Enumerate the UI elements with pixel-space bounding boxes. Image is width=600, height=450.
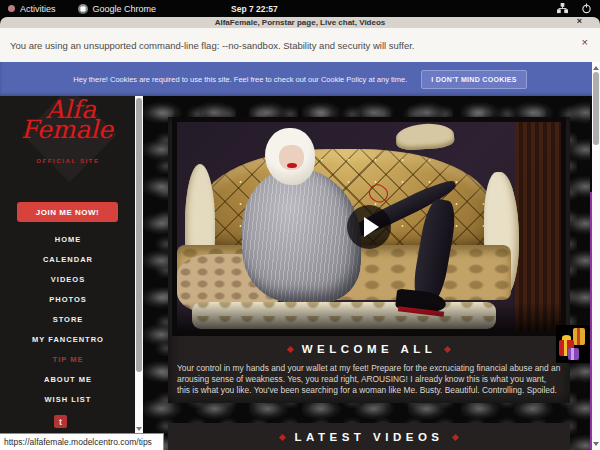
network-icon[interactable] — [557, 3, 568, 14]
infobar-close-button[interactable]: × — [582, 36, 588, 48]
system-tray — [557, 0, 592, 17]
latest-videos-panel: LATEST VIDEOS — [168, 423, 570, 450]
welcome-heading-text: WELCOME ALL — [302, 343, 437, 355]
play-icon — [364, 217, 379, 237]
gifts-widget[interactable] — [556, 325, 590, 363]
page-content: Alfa Female OFFICIAL SITE JOIN ME NOW! H… — [0, 96, 600, 450]
welcome-panel: WELCOME ALL Your control in my hands and… — [168, 117, 570, 403]
welcome-paragraph: Your control in my hands and your wallet… — [177, 363, 561, 395]
sidebar-scrollbar[interactable] — [135, 96, 143, 450]
sidebar-item-videos[interactable]: VIDEOS — [0, 269, 136, 289]
scrollbar-up-icon[interactable] — [593, 66, 599, 70]
diamond-bullet-icon — [279, 433, 286, 440]
power-icon[interactable] — [581, 3, 592, 14]
model-lips — [287, 163, 297, 168]
sidebar-item-photos[interactable]: PHOTOS — [0, 289, 136, 309]
status-url-bubble: https://alfafemale.modelcentro.com/tips — [0, 433, 164, 450]
sidebar-item-about-me[interactable]: ABOUT ME — [0, 370, 136, 390]
recording-indicator-icon — [8, 5, 15, 12]
chrome-icon — [78, 4, 88, 14]
app-menu-label: Google Chrome — [93, 4, 157, 14]
gift-box-icon — [568, 348, 579, 360]
video-thumbnail — [177, 122, 561, 331]
infobar-message: You are using an unsupported command-lin… — [10, 40, 415, 51]
cookie-accept-button[interactable]: I DON'T MIND COOKIES — [421, 70, 526, 89]
scrollbar-down-icon[interactable] — [593, 442, 599, 446]
sidebar-item-tip-me[interactable]: TIP ME — [0, 350, 136, 370]
diamond-bullet-icon — [287, 345, 294, 352]
cookie-message: Hey there! Cookies are required to use t… — [73, 75, 407, 84]
activities-label: Activities — [20, 4, 56, 14]
sidebar-item-home[interactable]: HOME — [0, 229, 136, 249]
diamond-bullet-icon — [451, 433, 458, 440]
window-close-button[interactable]: × — [577, 16, 582, 26]
play-button[interactable] — [347, 205, 391, 249]
logo-line2: Female — [0, 123, 136, 137]
floor-shadow — [177, 302, 561, 331]
status-url: https://alfafemale.modelcentro.com/tips — [4, 437, 152, 447]
app-menu-button[interactable]: Google Chrome — [78, 4, 157, 14]
cookie-consent-bar: Hey there! Cookies are required to use t… — [0, 62, 600, 96]
gift-box-icon — [573, 328, 585, 345]
site-logo[interactable]: Alfa Female — [0, 97, 136, 137]
diamond-bullet-icon — [444, 345, 451, 352]
sidebar-item-calendar[interactable]: CALENDAR — [0, 249, 136, 269]
latest-videos-heading: LATEST VIDEOS — [168, 431, 570, 443]
curtain-backdrop — [515, 122, 561, 331]
sidebar-scrollbar-thumb[interactable] — [136, 98, 142, 372]
sidebar-item-wish-list[interactable]: WISH LIST — [0, 390, 136, 410]
page-scrollbar[interactable] — [592, 62, 600, 450]
couch-crest-carving — [395, 122, 454, 151]
social-link-icon[interactable]: t — [54, 415, 67, 428]
sidebar-item-my-fancentro[interactable]: MY FANCENTRO — [0, 329, 136, 349]
gnome-top-bar: Activities Google Chrome Sep 7 22:57 — [0, 0, 600, 17]
sidebar: Alfa Female OFFICIAL SITE JOIN ME NOW! H… — [0, 96, 136, 450]
scrollbar-thumb[interactable] — [593, 72, 599, 145]
window-title-bar: AlfaFemale, Pornstar page, Live chat, Vi… — [0, 17, 600, 28]
chrome-infobar: You are using an unsupported command-lin… — [0, 28, 600, 62]
sidebar-scrollbar-down-icon[interactable] — [136, 427, 142, 431]
official-site-tagline: OFFICIAL SITE — [0, 158, 136, 164]
clock[interactable]: Sep 7 22:57 — [231, 0, 278, 17]
sidebar-nav: HOME CALENDAR VIDEOS PHOTOS STORE MY FAN… — [0, 229, 136, 410]
video-player[interactable] — [172, 117, 566, 336]
latest-videos-heading-text: LATEST VIDEOS — [294, 431, 443, 443]
join-me-now-button[interactable]: JOIN ME NOW! — [17, 202, 118, 222]
main-content: WELCOME ALL Your control in my hands and… — [143, 96, 590, 450]
sidebar-item-store[interactable]: STORE — [0, 309, 136, 329]
activities-button[interactable]: Activities — [8, 4, 56, 14]
screen: Activities Google Chrome Sep 7 22:57 Alf… — [0, 0, 600, 450]
window-title: AlfaFemale, Pornstar page, Live chat, Vi… — [215, 18, 386, 27]
welcome-heading: WELCOME ALL — [168, 343, 570, 355]
